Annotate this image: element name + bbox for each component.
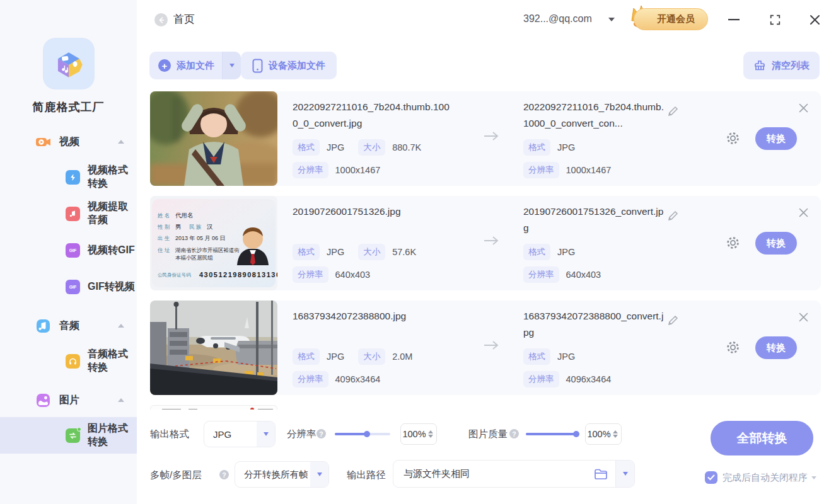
size-value: 57.6K: [392, 247, 416, 257]
remove-file-icon[interactable]: [798, 207, 809, 218]
add-from-device-button[interactable]: 设备添加文件: [241, 52, 337, 79]
settings-panel: 输出格式 JPG 分辨率 ? 100% 图片质量 ? 100% 多帧/多图层 ?…: [150, 420, 821, 495]
close-icon: [810, 14, 820, 25]
output-path-input[interactable]: 与源文件夹相同: [393, 460, 635, 488]
collapse-chevron-icon[interactable]: [118, 140, 124, 144]
edit-name-icon[interactable]: [667, 105, 679, 117]
source-filename: 20190726001751326.jpg: [293, 203, 451, 220]
sidebar-item-extract-audio[interactable]: 视频提取音频: [0, 195, 137, 232]
collapse-chevron-icon[interactable]: [118, 398, 124, 402]
sidebar-item-label: GIF转视频: [88, 280, 135, 294]
format-value: JPG: [327, 352, 344, 362]
resolution-label: 分辨率: [287, 428, 316, 441]
quality-slider[interactable]: [526, 431, 576, 437]
quality-percent-input[interactable]: 100%: [585, 423, 622, 445]
target-meta: 格式 JPG: [523, 244, 575, 260]
sidebar-group-label: 图片: [59, 394, 79, 407]
size-badge: 大小: [358, 244, 385, 260]
output-path-label: 输出路径: [347, 469, 386, 482]
svg-text:性 别: 性 别: [157, 224, 170, 230]
remove-file-icon[interactable]: [798, 312, 809, 323]
file-row: 168379342072388800.jpg 格式 JPG 大小 2.0M 分辨…: [150, 301, 821, 395]
slider-knob[interactable]: [364, 431, 370, 437]
output-format-select[interactable]: JPG: [204, 421, 276, 447]
target-filename: 168379342072388800_convert.jpg: [523, 308, 667, 341]
edit-name-icon[interactable]: [667, 210, 679, 222]
close-button[interactable]: [805, 11, 824, 28]
quality-label: 图片质量: [468, 428, 508, 441]
checkbox-checked-icon[interactable]: [705, 471, 717, 484]
caret-down-icon: [623, 472, 628, 476]
sidebar-item-audio-format[interactable]: 音频格式转换: [0, 343, 137, 379]
path-dropdown[interactable]: [615, 461, 634, 487]
sidebar-group-audio[interactable]: 音频: [0, 309, 137, 343]
remove-file-icon[interactable]: [798, 103, 809, 113]
format-badge: 格式: [523, 348, 550, 365]
account-caret-icon[interactable]: [608, 18, 615, 21]
stepper-arrows[interactable]: [427, 430, 436, 438]
svg-text:民 族: 民 族: [189, 224, 202, 230]
sidebar-item-video-format[interactable]: 视频格式转换: [0, 159, 137, 195]
resolution-badge: 分辨率: [293, 371, 328, 387]
row-settings-gear-icon[interactable]: [725, 340, 741, 355]
multiframe-select[interactable]: 分开转换所有帧: [235, 461, 329, 488]
thumbnail-airport-photo: [150, 301, 277, 395]
row-settings-gear-icon[interactable]: [725, 130, 741, 146]
convert-all-button[interactable]: 全部转换: [711, 421, 813, 455]
edit-name-icon[interactable]: [667, 314, 679, 326]
image-convert-icon: [66, 428, 80, 443]
account-email[interactable]: 392...@qq.com: [523, 13, 592, 25]
back-button[interactable]: [154, 13, 168, 26]
output-format-value: JPG: [204, 429, 257, 440]
gif-icon: GIF: [66, 280, 80, 294]
format-badge: 格式: [293, 244, 320, 260]
sidebar-item-image-format[interactable]: 图片格式转换: [0, 417, 137, 454]
resolution-help-icon[interactable]: ?: [316, 429, 326, 438]
auto-close-checkbox[interactable]: 完成后自动关闭程序: [705, 471, 816, 484]
minimize-icon: [728, 18, 740, 21]
slider-knob[interactable]: [573, 431, 579, 437]
app-title: 简鹿格式工厂: [0, 100, 137, 115]
resolution-percent-input[interactable]: 100%: [400, 423, 437, 445]
gif-icon: GIF: [66, 243, 80, 258]
convert-button[interactable]: 转换: [755, 336, 797, 359]
vip-upgrade-button[interactable]: 开通会员: [634, 8, 708, 30]
resolution-value: 640x403: [566, 270, 601, 280]
caret-down-icon: [317, 472, 322, 476]
minimize-button[interactable]: [724, 11, 743, 28]
source-meta: 分辨率 4096x3464: [293, 371, 380, 387]
source-meta: 格式 JPG 大小 2.0M: [293, 348, 412, 365]
row-settings-gear-icon[interactable]: [725, 235, 741, 251]
source-meta: 分辨率 640x403: [293, 266, 370, 283]
caret-down-icon[interactable]: [811, 476, 816, 479]
source-filename: 168379342072388800.jpg: [293, 308, 451, 324]
sidebar-item-gif-to-video[interactable]: GIF GIF转视频: [0, 268, 137, 305]
convert-button[interactable]: 转换: [755, 127, 797, 150]
maximize-button[interactable]: [765, 11, 784, 28]
thumbnail-portrait-photo: [150, 91, 277, 186]
sidebar-group-image[interactable]: 图片: [0, 383, 137, 417]
sidebar-group-video[interactable]: 视频: [0, 125, 137, 159]
thumbnail-id-card: 姓 名 代用名 性 别 男 民 族 汉 出 生 2013 年 05 月 06 日…: [150, 196, 277, 290]
sidebar-item-video-to-gif[interactable]: GIF 视频转GIF: [0, 232, 137, 268]
clear-list-button[interactable]: 清空列表: [743, 52, 820, 79]
quality-help-icon[interactable]: ?: [509, 429, 519, 438]
sidebar-nav: 视频 视频格式转换 视频提取音频 GIF 视频转GIF GIF GIF转视频: [0, 125, 137, 454]
target-info: 20220927211016_7b204.thumb.1000_0_conver…: [523, 99, 667, 132]
sidebar-item-label: 视频格式转换: [88, 164, 137, 190]
phone-icon: [252, 59, 263, 73]
add-files-dropdown[interactable]: [222, 52, 241, 79]
collapse-chevron-icon[interactable]: [118, 324, 124, 328]
multiframe-help-icon[interactable]: ?: [219, 470, 229, 479]
convert-button[interactable]: 转换: [755, 232, 797, 255]
add-files-button[interactable]: + 添加文件: [149, 52, 241, 79]
svg-text:出 生: 出 生: [158, 235, 170, 241]
source-info: 168379342072388800.jpg: [293, 308, 451, 324]
resolution-value: 1000x1467: [566, 165, 612, 175]
caret-down-icon: [229, 64, 235, 67]
stepper-arrows[interactable]: [612, 430, 621, 438]
browse-folder-button[interactable]: [586, 468, 615, 480]
resolution-value: 1000x1467: [335, 165, 381, 175]
format-value: JPG: [327, 247, 344, 257]
resolution-slider[interactable]: [335, 431, 390, 437]
